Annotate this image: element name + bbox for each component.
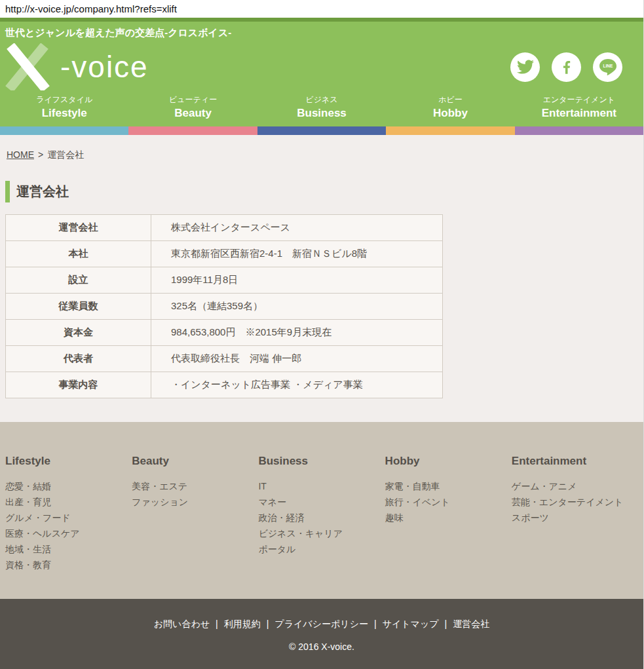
nav-label-en: Hobby — [386, 107, 514, 120]
footer-bottom: お問い合わせ|利用規約|プライバシーポリシー|サイトマップ|運営会社 © 201… — [0, 599, 643, 669]
page: http://x-voice.jp/company.html?refs=xlif… — [0, 0, 644, 669]
row-label: 代表者 — [6, 346, 151, 372]
footer-link[interactable]: 趣味 — [385, 510, 512, 526]
row-value: ・インターネット広告事業 ・メディア事業 — [151, 372, 443, 398]
footer-bottom-link-contact[interactable]: お問い合わせ — [154, 619, 210, 629]
row-value: 代表取締役社長 河端 伸一郎 — [151, 346, 443, 372]
row-label: 運営会社 — [6, 215, 151, 241]
footer-column-title: Business — [258, 455, 385, 468]
footer-column-title: Hobby — [385, 455, 512, 468]
row-value: 株式会社インタースペース — [151, 215, 443, 241]
nav-underline-lifestyle — [0, 126, 128, 135]
footer-link[interactable]: ファッション — [132, 494, 258, 510]
line-button[interactable]: LINE — [593, 52, 622, 82]
line-icon-label: LINE — [603, 64, 613, 68]
footer-link[interactable]: ポータル — [258, 541, 385, 557]
footer-column-title: Entertainment — [512, 455, 638, 468]
row-label: 従業員数 — [6, 294, 151, 320]
page-title: 運営会社 — [5, 181, 638, 202]
main-nav: ライフスタイル Lifestyle ビューティー Beauty ビジネス Bus… — [0, 92, 643, 126]
footer-column-title: Beauty — [132, 455, 258, 468]
nav-item-beauty[interactable]: ビューティー Beauty — [128, 94, 257, 120]
nav-label-jp: ホビー — [386, 94, 514, 105]
row-value: 325名（連結359名） — [151, 294, 443, 320]
nav-label-en: Business — [257, 107, 386, 120]
table-row: 従業員数 325名（連結359名） — [6, 294, 443, 320]
footer-column-lifestyle: Lifestyle 恋愛・結婚 出産・育児 グルメ・フード 医療・ヘルスケア 地… — [5, 455, 132, 599]
nav-label-en: Beauty — [128, 107, 257, 120]
footer-link[interactable]: 出産・育児 — [5, 494, 132, 510]
browser-url[interactable]: http://x-voice.jp/company.html?refs=xlif… — [0, 0, 643, 18]
table-row: 本社 東京都新宿区西新宿2-4-1 新宿ＮＳビル8階 — [6, 241, 443, 267]
row-label: 設立 — [6, 267, 151, 294]
footer-column-title: Lifestyle — [5, 455, 132, 468]
nav-item-hobby[interactable]: ホビー Hobby — [386, 94, 514, 120]
footer-column-beauty: Beauty 美容・エステ ファッション — [132, 455, 258, 599]
nav-label-en: Lifestyle — [0, 107, 128, 120]
footer-link[interactable]: 家電・自動車 — [385, 478, 512, 494]
table-row: 資本金 984,653,800円 ※2015年9月末現在 — [6, 320, 443, 346]
footer-link[interactable]: ビジネス・キャリア — [258, 526, 385, 541]
footer-sitemap: Lifestyle 恋愛・結婚 出産・育児 グルメ・フード 医療・ヘルスケア 地… — [0, 422, 643, 599]
footer-link[interactable]: 医療・ヘルスケア — [5, 526, 132, 541]
nav-label-jp: エンターテイメント — [515, 94, 643, 105]
footer-bottom-link-sitemap[interactable]: サイトマップ — [383, 619, 439, 629]
footer-link[interactable]: IT — [258, 478, 385, 494]
footer-link[interactable]: マネー — [258, 494, 385, 510]
nav-label-jp: ライフスタイル — [0, 94, 128, 105]
footer-link[interactable]: スポーツ — [512, 510, 638, 526]
site-tagline: 世代とジャンルを超えた声の交差点-クロスボイス- — [0, 22, 643, 41]
footer-link[interactable]: 恋愛・結婚 — [5, 478, 132, 494]
row-value: 東京都新宿区西新宿2-4-1 新宿ＮＳビル8階 — [151, 241, 443, 267]
footer-link[interactable]: 美容・エステ — [132, 478, 258, 494]
footer-bottom-link-privacy[interactable]: プライバシーポリシー — [275, 619, 368, 629]
logo-row: -voice LINE — [0, 41, 643, 92]
breadcrumb-home-link[interactable]: HOME — [7, 149, 34, 160]
logo-text: -voice — [60, 52, 149, 82]
breadcrumb: HOME>運営会社 — [7, 149, 638, 161]
nav-underline-entertainment — [515, 126, 643, 135]
footer-link[interactable]: 地域・生活 — [5, 541, 132, 557]
site-logo[interactable]: -voice — [4, 43, 149, 90]
copyright: © 2016 X-voice. — [0, 641, 643, 652]
breadcrumb-separator: > — [38, 149, 43, 160]
nav-label-jp: ビューティー — [128, 94, 257, 105]
table-row: 設立 1999年11月8日 — [6, 267, 443, 294]
nav-item-business[interactable]: ビジネス Business — [257, 94, 386, 120]
nav-colorbar — [0, 126, 643, 135]
footer-column-entertainment: Entertainment ゲーム・アニメ 芸能・エンターテイメント スポーツ — [512, 455, 638, 599]
nav-underline-business — [257, 126, 386, 135]
nav-label-jp: ビジネス — [257, 94, 386, 105]
table-row: 事業内容 ・インターネット広告事業 ・メディア事業 — [6, 372, 443, 398]
footer-bottom-links: お問い合わせ|利用規約|プライバシーポリシー|サイトマップ|運営会社 — [0, 619, 643, 630]
breadcrumb-current: 運営会社 — [47, 149, 84, 160]
row-label: 事業内容 — [6, 372, 151, 398]
nav-label-en: Entertainment — [515, 107, 643, 120]
link-separator: | — [374, 619, 377, 629]
social-links: LINE — [510, 52, 622, 82]
footer-link[interactable]: ゲーム・アニメ — [512, 478, 638, 494]
table-row: 代表者 代表取締役社長 河端 伸一郎 — [6, 346, 443, 372]
footer-bottom-link-terms[interactable]: 利用規約 — [224, 619, 261, 629]
link-separator: | — [445, 619, 447, 629]
row-value: 984,653,800円 ※2015年9月末現在 — [151, 320, 443, 346]
row-label: 資本金 — [6, 320, 151, 346]
company-info-table: 運営会社 株式会社インタースペース 本社 東京都新宿区西新宿2-4-1 新宿ＮＳ… — [5, 214, 443, 398]
footer-link[interactable]: 政治・経済 — [258, 510, 385, 526]
nav-item-entertainment[interactable]: エンターテイメント Entertainment — [515, 94, 643, 120]
footer-link[interactable]: グルメ・フード — [5, 510, 132, 526]
nav-item-lifestyle[interactable]: ライフスタイル Lifestyle — [0, 94, 128, 120]
nav-underline-hobby — [386, 126, 514, 135]
table-row: 運営会社 株式会社インタースペース — [6, 215, 443, 241]
footer-bottom-link-company[interactable]: 運営会社 — [453, 619, 489, 629]
twitter-button[interactable] — [510, 52, 540, 82]
footer-link[interactable]: 旅行・イベント — [385, 494, 512, 510]
footer-link[interactable]: 資格・教育 — [5, 557, 132, 573]
footer-link[interactable]: 芸能・エンターテイメント — [512, 494, 638, 510]
line-icon: LINE — [597, 56, 619, 78]
main-content: HOME>運営会社 運営会社 運営会社 株式会社インタースペース 本社 東京都新… — [0, 135, 643, 422]
row-value: 1999年11月8日 — [151, 267, 443, 294]
facebook-icon — [558, 58, 575, 75]
logo-x-icon — [4, 43, 59, 90]
facebook-button[interactable] — [552, 52, 581, 82]
